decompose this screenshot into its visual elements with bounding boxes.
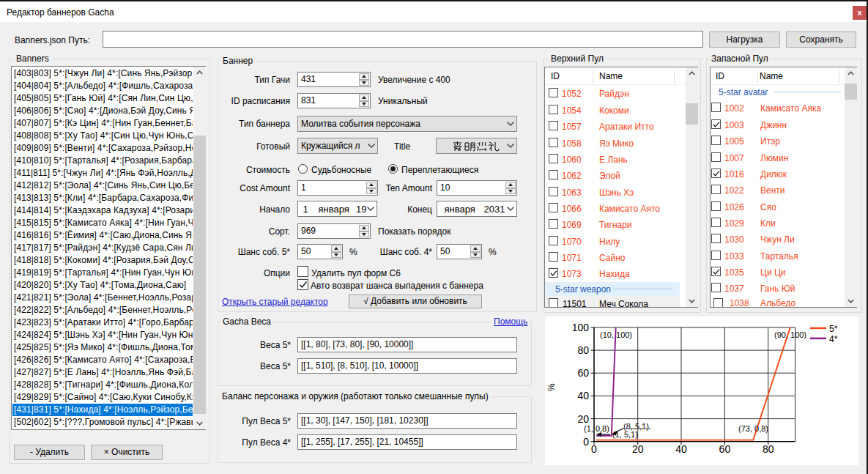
svg-text:5*: 5* (829, 324, 838, 334)
svg-text:4*: 4* (829, 334, 838, 344)
svg-text:80: 80 (763, 443, 774, 455)
svg-text:(90, 100): (90, 100) (774, 330, 806, 339)
svg-text:40: 40 (577, 390, 589, 401)
svg-text:80: 80 (577, 344, 589, 356)
svg-text:%: % (546, 383, 557, 391)
svg-text:(1, 0,8): (1, 0,8) (584, 424, 609, 433)
svg-text:0: 0 (583, 436, 589, 448)
svg-text:(73, 0,8): (73, 0,8) (738, 424, 768, 433)
svg-text:60: 60 (719, 443, 731, 455)
svg-text:40: 40 (675, 443, 687, 455)
svg-text:60: 60 (577, 367, 589, 379)
svg-text:0: 0 (591, 443, 597, 455)
svg-text:20: 20 (577, 413, 589, 425)
svg-text:100: 100 (572, 322, 590, 333)
svg-text:(10, 100): (10, 100) (600, 330, 632, 339)
svg-text:20: 20 (632, 443, 644, 455)
